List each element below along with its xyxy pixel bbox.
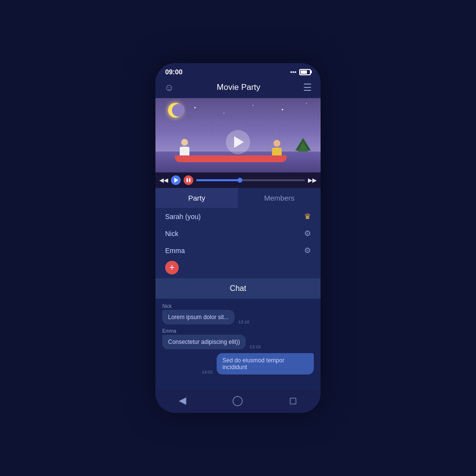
skip-forward-button[interactable]: ▶▶ (308, 177, 317, 184)
sender-emma: Emma (162, 328, 261, 334)
party-section: Sarah (you) ♛ Nick ⚙ Emma ⚙ + (155, 208, 321, 278)
signal-icon: ▪▪▪ (290, 68, 296, 75)
video-player[interactable]: ◀◀ ▶▶ (155, 98, 321, 188)
chat-header: Chat (155, 278, 321, 299)
star (282, 109, 283, 110)
chat-message-nick: Nick Lorem ipsum dolor sit... 13:16 (162, 304, 249, 324)
phone-frame: 09:00 ▪▪▪ ☺ Movie Party ☰ (155, 63, 321, 413)
progress-fill (196, 179, 240, 181)
play-ctrl-button[interactable] (171, 175, 181, 185)
bubble-emma: Consectetur adipiscing elit)) (162, 335, 246, 349)
chat-message-you: Sed do eiusmod tempor incididunt 14:02 (202, 353, 314, 374)
pause-ctrl-button[interactable] (184, 175, 193, 185)
status-bar: 09:00 ▪▪▪ (155, 63, 321, 79)
back-nav-button[interactable]: ◀ (179, 394, 186, 406)
star (194, 107, 196, 108)
bottom-nav: ◀ ◯ ◻ (155, 390, 321, 413)
play-triangle-icon (234, 136, 244, 148)
menu-icon[interactable]: ☰ (303, 82, 312, 93)
settings-icon-emma[interactable]: ⚙ (304, 246, 311, 255)
app-title: Movie Party (217, 83, 260, 92)
user-icon[interactable]: ☺ (164, 82, 174, 93)
skip-back-button[interactable]: ◀◀ (159, 177, 168, 184)
progress-bar[interactable] (196, 179, 305, 181)
boat-hull (175, 155, 287, 162)
status-time: 09:00 (165, 68, 183, 76)
chat-row-you: Sed do eiusmod tempor incididunt 14:02 (202, 353, 314, 374)
figure-left (180, 139, 189, 157)
timestamp-emma: 13:19 (250, 344, 261, 349)
bubble-you: Sed do eiusmod tempor incididunt (217, 353, 314, 374)
square-nav-button[interactable]: ◻ (289, 394, 297, 406)
tab-party[interactable]: Party (155, 188, 238, 208)
chat-row-nick: Lorem ipsum dolor sit... 13:16 (162, 310, 249, 324)
tabs: Party Members (155, 188, 321, 208)
crown-icon: ♛ (304, 212, 311, 221)
tab-members[interactable]: Members (238, 188, 321, 208)
chat-message-emma: Emma Consectetur adipiscing elit)) 13:19 (162, 328, 261, 349)
chat-body: Nick Lorem ipsum dolor sit... 13:16 Emma… (155, 299, 321, 390)
progress-thumb (238, 178, 242, 183)
battery-icon (299, 69, 311, 75)
sender-nick: Nick (162, 304, 249, 309)
member-row-nick: Nick ⚙ (155, 225, 321, 242)
status-icons: ▪▪▪ (290, 68, 311, 75)
home-nav-button[interactable]: ◯ (232, 394, 243, 406)
app-header: ☺ Movie Party ☰ (155, 79, 321, 98)
member-name-emma: Emma (165, 247, 185, 255)
member-name-nick: Nick (165, 230, 178, 238)
play-button[interactable] (226, 130, 250, 154)
chat-row-emma: Consectetur adipiscing elit)) 13:19 (162, 335, 261, 349)
member-row-emma: Emma ⚙ (155, 242, 321, 259)
settings-icon-nick[interactable]: ⚙ (304, 229, 311, 238)
bubble-nick: Lorem ipsum dolor sit... (162, 310, 235, 324)
moon (168, 103, 183, 118)
star (223, 113, 224, 114)
play-ctrl-icon (174, 178, 178, 183)
chat-title: Chat (230, 284, 246, 292)
star (306, 103, 307, 104)
star (253, 105, 254, 106)
video-controls: ◀◀ ▶▶ (155, 172, 321, 188)
pause-bar-left (187, 178, 188, 182)
member-name-sarah: Sarah (you) (165, 213, 201, 221)
member-row-sarah: Sarah (you) ♛ (155, 208, 321, 225)
pause-bar-right (189, 178, 190, 182)
add-member-button[interactable]: + (165, 261, 179, 274)
timestamp-nick: 13:16 (238, 320, 250, 324)
timestamp-you: 14:02 (202, 370, 213, 374)
